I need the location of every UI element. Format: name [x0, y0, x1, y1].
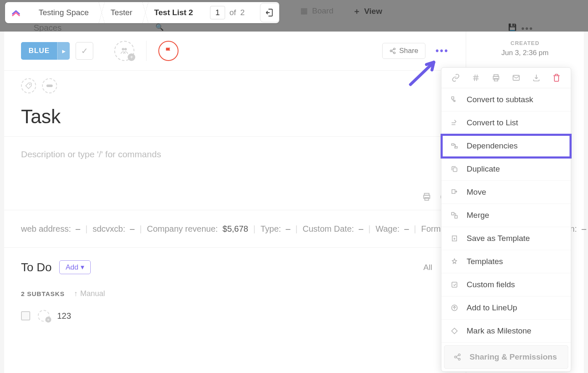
add-status-button[interactable] — [42, 78, 57, 93]
dropdown-item-convert-list[interactable]: Convert to List — [441, 111, 571, 135]
task-main: BLUE ▸ ✓ + Share ••• — [4, 32, 466, 373]
dropdown-item-label: Move — [467, 188, 486, 197]
dropdown-item-duplicate[interactable]: Duplicate — [441, 158, 571, 181]
lineup-icon — [450, 304, 459, 312]
custom-field[interactable]: Custom Date: – — [303, 224, 364, 233]
task-counter: 1 of 2 — [203, 6, 252, 19]
dropdown-item-milestone[interactable]: Mark as Milestone — [441, 320, 571, 343]
dropdown-item-dependencies[interactable]: Dependencies — [441, 135, 571, 158]
duplicate-icon — [450, 165, 459, 173]
exit-button[interactable] — [260, 3, 279, 22]
task-toolbar: BLUE ▸ ✓ + Share ••• — [4, 32, 466, 71]
breadcrumb-list[interactable]: Test List 2 — [142, 2, 203, 23]
svg-point-5 — [29, 84, 30, 85]
dropdown-item-merge[interactable]: Merge — [441, 204, 571, 227]
share-label: Share — [399, 47, 418, 55]
subtask-checkbox[interactable] — [21, 311, 30, 320]
task-counter-total: 2 — [240, 8, 245, 17]
dropdown-item-label: Convert to List — [467, 118, 518, 127]
custom-fields-area: web address: –|sdcvxcb: –|Company revenu… — [4, 210, 466, 247]
dropdown-item-label: Custom fields — [467, 280, 515, 289]
hash-icon[interactable] — [472, 74, 480, 82]
field-separator: | — [295, 224, 297, 233]
dropdown-item-move[interactable]: Move — [441, 181, 571, 204]
archive-icon[interactable] — [532, 74, 541, 82]
status-caret-icon[interactable]: ▸ — [57, 42, 70, 60]
template-save-icon — [450, 235, 459, 242]
milestone-icon — [450, 327, 459, 335]
description-area[interactable]: Description or type '/' for commands — [4, 137, 466, 210]
field-separator: | — [139, 224, 142, 233]
print-icon[interactable] — [492, 74, 500, 82]
svg-point-26 — [458, 354, 460, 356]
custom-field[interactable]: web address: – — [21, 224, 80, 233]
created-date: Jun 3, 2:36 pm — [476, 49, 574, 57]
convert-list-icon — [450, 119, 459, 127]
field-separator: | — [368, 224, 370, 233]
dropdown-item-label: Add to LineUp — [467, 303, 517, 312]
svg-rect-22 — [455, 216, 457, 218]
breadcrumb-folder[interactable]: Tester — [99, 2, 142, 23]
dropdown-item-convert-subtask[interactable]: Convert to subtask — [441, 88, 571, 111]
svg-point-1 — [124, 48, 127, 50]
custom-field[interactable]: Type: – — [260, 224, 290, 233]
field-separator: | — [414, 224, 416, 233]
subtask-item[interactable]: 123 — [21, 310, 449, 322]
subtask-name[interactable]: 123 — [57, 311, 71, 321]
subtask-assignee[interactable] — [38, 310, 50, 322]
task-counter-of: of — [229, 8, 236, 17]
created-label: CREATED — [476, 40, 574, 46]
custom-field[interactable]: Wage: – — [375, 224, 409, 233]
svg-rect-6 — [47, 85, 53, 87]
custom-field[interactable]: sdcvxcb: – — [92, 224, 134, 233]
add-label: Add — [66, 263, 78, 272]
sort-manual[interactable]: ↑ Manual — [74, 289, 105, 298]
svg-point-3 — [390, 50, 392, 52]
email-icon[interactable] — [512, 74, 520, 82]
toolbar-divider — [146, 41, 147, 61]
custom-field[interactable]: Company revenue: $5,678 — [147, 224, 248, 233]
status-button[interactable]: BLUE ▸ — [21, 42, 70, 60]
convert-subtask-icon — [450, 96, 459, 103]
assignee-add[interactable]: + — [114, 41, 134, 61]
print-icon[interactable] — [422, 192, 431, 201]
svg-rect-17 — [452, 144, 454, 145]
share-button[interactable]: Share — [382, 43, 425, 59]
dropdown-item-custom-fields[interactable]: Custom fields — [441, 273, 571, 296]
dropdown-item-label: Dependencies — [467, 141, 517, 151]
dropdown-item-label: Mark as Milestone — [467, 326, 531, 336]
trash-icon[interactable] — [552, 74, 561, 82]
annotation-arrow — [404, 56, 444, 89]
link-icon[interactable] — [452, 74, 460, 82]
task-title[interactable]: Task — [4, 101, 466, 137]
dropdown-item-label: Convert to subtask — [467, 95, 533, 104]
dropdown-item-label: Merge — [467, 211, 489, 220]
dropdown-item-lineup[interactable]: Add to LineUp — [441, 296, 571, 320]
todo-section: To Do Add ▾ All M 2 SUBTASKS ↑ Manual — [4, 247, 466, 334]
dropdown-item-label: Save as Template — [467, 234, 530, 243]
custom-fields-icon — [450, 281, 459, 288]
complete-button[interactable]: ✓ — [76, 42, 93, 60]
tags-row — [4, 71, 466, 101]
add-subtask-button[interactable]: Add ▾ — [59, 260, 91, 274]
subtask-count: 2 SUBTASKS — [21, 290, 65, 297]
more-menu-button[interactable]: ••• — [436, 45, 449, 56]
priority-flag[interactable] — [158, 41, 178, 61]
task-counter-current: 1 — [210, 6, 226, 19]
dropdown-sharing[interactable]: Sharing & Permissions — [444, 345, 568, 369]
dropdown-item-template-save[interactable]: Save as Template — [441, 227, 571, 250]
field-separator: | — [85, 224, 87, 233]
dropdown-item-label: Templates — [467, 257, 503, 266]
svg-rect-19 — [453, 168, 457, 172]
dropdown-item-label: Duplicate — [467, 164, 500, 174]
status-label: BLUE — [21, 47, 57, 55]
dropdown-item-templates[interactable]: Templates — [441, 250, 571, 273]
filter-all[interactable]: All — [423, 263, 432, 272]
add-tag-button[interactable] — [21, 78, 36, 93]
breadcrumb: Testing Space Tester Test List 2 1 of 2 — [5, 2, 279, 23]
svg-point-2 — [394, 48, 395, 50]
move-icon — [450, 188, 459, 196]
breadcrumb-space[interactable]: Testing Space — [27, 2, 99, 23]
app-logo-icon[interactable] — [5, 8, 27, 18]
svg-point-27 — [454, 356, 457, 358]
